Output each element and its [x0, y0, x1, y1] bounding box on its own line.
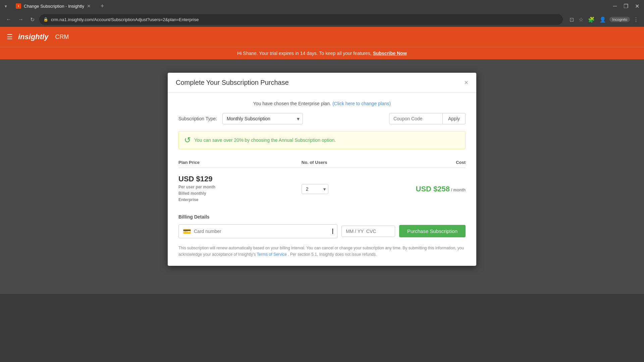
subscription-type-select-wrap: Monthly Subscription Annual Subscription…	[222, 113, 303, 124]
coupon-wrap: Apply	[389, 113, 466, 124]
cost-period: / month	[451, 188, 466, 192]
plan-name: Enterprise	[178, 197, 198, 202]
bookmark-icon[interactable]: ☆	[577, 15, 585, 24]
pricing-row: USD $129 Per user per month Billed month…	[178, 172, 466, 206]
extensions-icon[interactable]: 🧩	[587, 15, 596, 24]
trial-banner: Hi Shane. Your trial expires in 14 days.…	[0, 47, 644, 59]
subscription-modal: Complete Your Subscription Purchase × Yo…	[168, 73, 476, 266]
billing-fields: 💳 Purchase Subscription	[178, 224, 466, 238]
tab-favicon: I	[16, 3, 21, 9]
subscribe-now-link[interactable]: Subscribe Now	[373, 51, 407, 56]
plan-notice: You have chosen the Enterprise plan. (Cl…	[178, 101, 466, 106]
app-header: ☰ insightly CRM	[0, 27, 644, 47]
close-button[interactable]: ✕	[633, 3, 641, 9]
cost-col: USD $258 / month	[383, 185, 466, 193]
savings-arrow-icon: ↺	[184, 135, 191, 145]
col-users-header: No. of Users	[302, 160, 384, 165]
page-background: Complete Your Subscription Purchase × Yo…	[0, 59, 644, 294]
app-logo: insightly	[18, 33, 48, 41]
tos-text: This subscription will renew automatical…	[178, 245, 466, 258]
browser-toolbar: ← → ↻ 🔒 crm.na1.insightly.com/Account/Su…	[0, 12, 644, 27]
savings-text: You can save over 20% by choosing the An…	[194, 137, 336, 143]
per-user-text: Per user per month	[178, 185, 215, 189]
app-crm-label: CRM	[55, 34, 69, 41]
reload-button[interactable]: ↻	[28, 15, 37, 24]
expiry-cvc-input[interactable]	[341, 226, 395, 237]
coupon-code-input[interactable]	[389, 113, 443, 124]
col-plan-header: Plan Price	[178, 160, 302, 165]
price-details: Per user per month Billed monthly Enterp…	[178, 184, 302, 203]
pricing-table: Plan Price No. of Users Cost USD $129 Pe…	[178, 157, 466, 206]
apply-coupon-button[interactable]: Apply	[443, 113, 466, 124]
address-text: crm.na1.insightly.com/Account/Subscripti…	[51, 17, 559, 22]
modal-title: Complete Your Subscription Purchase	[176, 79, 289, 86]
browser-titlebar: ▾ I Change Subscription - Insightly ✕ + …	[0, 0, 644, 12]
tab-title: Change Subscription - Insightly	[24, 4, 84, 9]
pricing-header: Plan Price No. of Users Cost	[178, 157, 466, 168]
subscription-type-select[interactable]: Monthly Subscription Annual Subscription	[222, 113, 303, 124]
modal-header: Complete Your Subscription Purchase ×	[168, 73, 476, 93]
billed-text: Billed monthly	[178, 191, 206, 196]
change-plans-link[interactable]: (Click here to change plans)	[332, 101, 391, 106]
maximize-button[interactable]: ❐	[622, 3, 630, 9]
trial-text: Hi Shane. Your trial expires in 14 days.…	[237, 51, 373, 56]
browser-tab-active[interactable]: I Change Subscription - Insightly ✕	[12, 1, 95, 11]
card-number-wrap: 💳	[178, 224, 337, 238]
plan-price-col: USD $129 Per user per month Billed month…	[178, 175, 302, 203]
lock-icon: 🔒	[43, 17, 48, 22]
price-main: USD $129	[178, 175, 302, 183]
modal-body: You have chosen the Enterprise plan. (Cl…	[168, 93, 476, 266]
terms-of-service-link[interactable]: Terms of Service	[257, 252, 287, 257]
tos-after: . Per section 5.1, Insightly does not is…	[288, 252, 377, 257]
address-bar[interactable]: 🔒 crm.na1.insightly.com/Account/Subscrip…	[39, 14, 563, 25]
plan-notice-text: You have chosen the Enterprise plan.	[253, 101, 332, 106]
window-controls: ─ ❐ ✕	[611, 3, 641, 9]
hamburger-menu[interactable]: ☰	[7, 33, 13, 41]
modal-close-button[interactable]: ×	[464, 79, 468, 86]
new-tab-button[interactable]: +	[98, 1, 107, 11]
savings-banner: ↺ You can save over 20% by choosing the …	[178, 131, 466, 149]
forward-button[interactable]: →	[16, 15, 25, 24]
cost-value: USD $258	[416, 185, 450, 193]
back-button[interactable]: ←	[4, 15, 13, 24]
purchase-subscription-button[interactable]: Purchase Subscription	[399, 225, 466, 237]
cast-icon[interactable]: ⊡	[568, 15, 575, 24]
users-select[interactable]: 2 3 4 5	[302, 184, 328, 194]
menu-icon[interactable]: ⋮	[632, 15, 640, 24]
browser-chrome: ▾ I Change Subscription - Insightly ✕ + …	[0, 0, 644, 27]
subscription-type-label: Subscription Type:	[178, 116, 217, 121]
profile-icon[interactable]: 👤	[598, 15, 607, 24]
tab-close-button[interactable]: ✕	[87, 3, 91, 9]
billing-title: Billing Details	[178, 214, 466, 220]
incognito-badge: Incognito	[609, 17, 630, 22]
text-cursor	[332, 229, 333, 234]
credit-card-icon: 💳	[183, 227, 191, 235]
users-col: 2 3 4 5 ▾	[302, 184, 384, 194]
toolbar-icons: ⊡ ☆ 🧩 👤 Incognito ⋮	[568, 15, 640, 24]
tab-list-button[interactable]: ▾	[3, 4, 9, 9]
billing-section: Billing Details 💳 Purchase Subscription	[178, 214, 466, 238]
subscription-type-row: Subscription Type: Monthly Subscription …	[178, 113, 466, 124]
card-number-input[interactable]	[194, 229, 330, 234]
minimize-button[interactable]: ─	[611, 3, 619, 9]
col-cost-header: Cost	[383, 160, 466, 165]
users-select-wrap: 2 3 4 5 ▾	[302, 184, 328, 194]
